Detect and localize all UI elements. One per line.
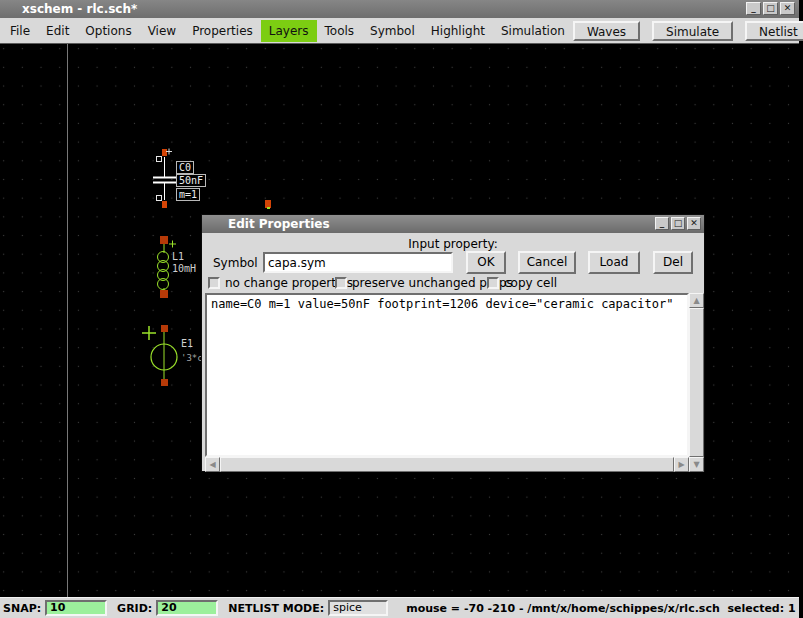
symbol-label: Symbol xyxy=(213,256,258,270)
netlist-mode-label: NETLIST MODE: xyxy=(228,602,324,615)
cancel-button[interactable]: Cancel xyxy=(518,251,576,274)
edit-properties-dialog: Edit Properties _ □ ✕ Input property: Sy… xyxy=(201,214,705,472)
hidden-component-pin[interactable] xyxy=(265,200,271,209)
menu-item-simulation[interactable]: Simulation xyxy=(493,20,573,42)
vertical-scrollbar[interactable]: ▲ xyxy=(689,293,704,457)
vertical-scroll-thumb[interactable] xyxy=(689,308,704,457)
input-property-label: Input property: xyxy=(202,237,704,251)
horizontal-scrollbar[interactable]: ◀ ▶ xyxy=(205,457,689,472)
close-icon[interactable]: ✕ xyxy=(780,2,795,15)
voltage-source-symbol[interactable] xyxy=(142,325,177,386)
statusbar: SNAP: 10 GRID: 20 NETLIST MODE: spice mo… xyxy=(0,597,799,618)
menu-item-options[interactable]: Options xyxy=(77,20,139,42)
inductor-ref-label[interactable]: L1 xyxy=(172,251,184,262)
titlebar: xschem - rlc.sch* _ □ ✕ xyxy=(0,0,799,18)
capacitor-mult-label[interactable]: m=1 xyxy=(176,188,200,201)
no-change-properties-checkbox[interactable] xyxy=(208,277,220,289)
preserve-unchanged-props-checkbox[interactable] xyxy=(335,277,347,289)
menubar: File Edit Options View Properties Layers… xyxy=(0,18,799,44)
dialog-maximize-icon[interactable]: □ xyxy=(671,217,685,230)
menu-item-file[interactable]: File xyxy=(2,20,38,42)
menu-item-symbol[interactable]: Symbol xyxy=(362,20,423,42)
window-title: xschem - rlc.sch* xyxy=(22,2,137,16)
dialog-minimize-icon[interactable]: _ xyxy=(655,217,669,230)
minimize-icon[interactable]: _ xyxy=(746,2,761,15)
waves-button[interactable]: Waves xyxy=(573,21,640,41)
menu-item-layers[interactable]: Layers xyxy=(261,20,317,42)
dialog-title: Edit Properties xyxy=(228,217,330,231)
dialog-controls: _ □ ✕ xyxy=(655,217,701,230)
inductor-value-label[interactable]: 10mH xyxy=(172,263,196,274)
source-value-label[interactable]: '3*c xyxy=(181,353,203,364)
copy-cell-checkbox-group: copy cell xyxy=(487,276,557,290)
capacitor-ref-label[interactable]: C0 xyxy=(176,161,194,174)
grid-label: GRID: xyxy=(117,602,152,615)
load-button[interactable]: Load xyxy=(588,251,640,274)
del-button[interactable]: Del xyxy=(653,251,693,274)
scroll-up-icon[interactable]: ▲ xyxy=(689,293,704,308)
ok-button[interactable]: OK xyxy=(466,251,506,274)
netlist-mode-input[interactable]: spice xyxy=(328,600,388,616)
netlist-button[interactable]: Netlist xyxy=(745,21,803,41)
grid-input[interactable]: 20 xyxy=(156,600,218,616)
copy-cell-checkbox[interactable] xyxy=(487,277,499,289)
status-info: mouse = -70 -210 - /mnt/x/home/schippes/… xyxy=(406,602,795,615)
menu-item-properties[interactable]: Properties xyxy=(184,20,261,42)
menu-item-tools[interactable]: Tools xyxy=(317,20,363,42)
menu-item-highlight[interactable]: Highlight xyxy=(423,20,493,42)
window-controls: _ □ ✕ xyxy=(746,2,795,15)
menu-item-view[interactable]: View xyxy=(140,20,184,42)
scroll-down-icon[interactable]: ▼ xyxy=(689,457,704,472)
simulate-button[interactable]: Simulate xyxy=(652,21,733,41)
no-change-properties-label: no change properties xyxy=(225,276,353,290)
menu-item-edit[interactable]: Edit xyxy=(38,20,77,42)
dialog-close-icon[interactable]: ✕ xyxy=(687,217,701,230)
snap-input[interactable]: 10 xyxy=(45,600,107,616)
property-textarea[interactable]: name=C0 m=1 value=50nF footprint=1206 de… xyxy=(205,293,689,457)
symbol-input[interactable]: capa.sym xyxy=(263,252,453,273)
copy-cell-label: copy cell xyxy=(504,276,557,290)
horizontal-scroll-thumb[interactable] xyxy=(220,457,674,472)
dialog-titlebar[interactable]: Edit Properties _ □ ✕ xyxy=(202,215,704,233)
scroll-right-icon[interactable]: ▶ xyxy=(674,457,689,472)
xschem-window: xschem - rlc.sch* _ □ ✕ File Edit Option… xyxy=(0,0,803,618)
snap-label: SNAP: xyxy=(3,602,41,615)
capacitor-symbol[interactable] xyxy=(153,149,176,209)
scroll-left-icon[interactable]: ◀ xyxy=(205,457,220,472)
no-change-properties-checkbox-group: no change properties xyxy=(208,276,353,290)
maximize-icon[interactable]: □ xyxy=(763,2,778,15)
source-ref-label[interactable]: E1 xyxy=(181,338,193,349)
capacitor-value-label[interactable]: 50nF xyxy=(176,174,206,187)
